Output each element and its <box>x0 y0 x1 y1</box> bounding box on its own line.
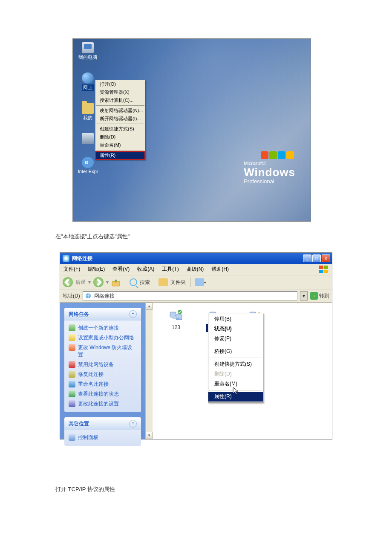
windows-flag-icon <box>261 151 295 159</box>
desktop-icon-my-computer[interactable]: 我的电脑 <box>77 42 98 61</box>
views-button[interactable] <box>195 278 204 286</box>
computer-icon <box>82 42 94 53</box>
folders-label[interactable]: 文件夹 <box>170 279 186 286</box>
side-panel: 网络任务 ⌃ 创建一个新的连接 设置家庭或小型办公网络 更改 Windows 防… <box>60 303 145 439</box>
panel-header[interactable]: 网络任务 ⌃ <box>64 308 141 321</box>
ctx-rename[interactable]: 重命名(M) <box>95 141 145 149</box>
address-label: 地址(D) <box>63 292 80 300</box>
back-button[interactable] <box>63 277 73 287</box>
menu-view[interactable]: 查看(V) <box>112 266 130 273</box>
address-input[interactable]: 网络连接 <box>83 291 297 301</box>
menu-advanced[interactable]: 高级(N) <box>187 266 204 273</box>
connection-item[interactable]: 123 <box>159 309 193 331</box>
ctx-delete[interactable]: 删除(D) <box>208 369 263 379</box>
task-settings[interactable]: 更改此连接的设置 <box>69 399 137 409</box>
go-icon: → <box>310 292 318 300</box>
control-panel-icon <box>69 434 75 441</box>
screenshot-network-connections: 网络连接 _ □ × 文件(F) 编辑(E) 查看(V) 收藏(A) 工具(T)… <box>60 252 332 439</box>
task-firewall[interactable]: 更改 Windows 防火墙设置 <box>69 343 137 360</box>
maximize-button[interactable]: □ <box>312 254 321 262</box>
scroll-down-button[interactable]: ▼ <box>146 432 153 439</box>
close-button[interactable]: × <box>322 254 330 262</box>
context-menu-network: 打开(O) 资源管理器(X) 搜索计算机(C)... 映射网络驱动器(N)...… <box>95 80 145 160</box>
recycle-icon <box>82 133 94 144</box>
up-button[interactable] <box>111 278 121 286</box>
scrollbar-vertical[interactable]: ▲ ▼ <box>145 303 153 439</box>
network-icon <box>63 255 69 262</box>
chevron-up-icon: ⌃ <box>129 420 137 428</box>
other-places-panel: 其它位置 ⌃ 控制面板 <box>64 417 141 446</box>
logo-professional: Professional <box>244 178 295 185</box>
screenshot-xp-desktop: 我的电脑 网上 我的 Inter Expl 打开(O) 资源管理器(X) 搜索计… <box>72 38 311 222</box>
cursor-icon <box>233 387 239 395</box>
go-button[interactable]: → 转到 <box>310 292 329 300</box>
search-label[interactable]: 搜索 <box>140 279 150 286</box>
menu-help[interactable]: 帮助(H) <box>211 266 229 273</box>
ctx-map-drive[interactable]: 映射网络驱动器(N)... <box>95 107 145 115</box>
ctx-status[interactable]: 状态(U) <box>208 324 263 334</box>
task-status[interactable]: 查看此连接的状态 <box>69 389 137 399</box>
icon-label: 网上 <box>82 84 94 91</box>
ctx-search-computer[interactable]: 搜索计算机(C)... <box>95 96 145 104</box>
toolbar: 后退 ▾ ▾ 搜索 文件夹 <box>60 275 332 289</box>
arrow-right-icon <box>93 277 104 287</box>
ctx-open[interactable]: 打开(O) <box>95 80 145 88</box>
network-tasks-panel: 网络任务 ⌃ 创建一个新的连接 设置家庭或小型办公网络 更改 Windows 防… <box>64 308 141 412</box>
menu-favorites[interactable]: 收藏(A) <box>137 266 154 273</box>
back-label: 后退 <box>75 279 86 286</box>
ctx-separator <box>96 105 144 106</box>
ctx-shortcut[interactable]: 创建快捷方式(S) <box>95 125 145 133</box>
search-icon <box>130 278 137 286</box>
caption-text-2: 打开 TCP/IP 协议的属性 <box>55 486 337 493</box>
task-icon <box>69 381 75 387</box>
menu-bar: 文件(F) 编辑(E) 查看(V) 收藏(A) 工具(T) 高级(N) 帮助(H… <box>60 264 332 275</box>
task-create-connection[interactable]: 创建一个新的连接 <box>69 323 137 333</box>
task-disable-device[interactable]: 禁用此网络设备 <box>69 360 137 370</box>
chevron-up-icon: ⌃ <box>129 310 137 318</box>
menu-file[interactable]: 文件(F) <box>63 266 80 273</box>
task-rename[interactable]: 重命名此连接 <box>69 379 137 389</box>
network-icon <box>85 293 92 299</box>
folder-icon <box>82 103 94 114</box>
ctx-shortcut[interactable]: 创建快捷方式(S) <box>208 359 263 369</box>
globe-icon <box>82 72 94 84</box>
ctx-separator <box>96 150 144 150</box>
ctx-separator <box>209 345 262 345</box>
task-icon <box>69 371 75 378</box>
panel-title: 其它位置 <box>69 420 89 428</box>
ctx-repair[interactable]: 修复(P) <box>208 334 263 344</box>
arrow-left-icon <box>63 277 73 287</box>
task-home-network[interactable]: 设置家庭或小型办公网络 <box>69 333 137 343</box>
ctx-disable[interactable]: 停用(B) <box>208 314 263 324</box>
task-icon <box>69 390 75 397</box>
task-icon <box>69 334 75 341</box>
ctx-explorer[interactable]: 资源管理器(X) <box>95 88 145 96</box>
other-control-panel[interactable]: 控制面板 <box>69 433 137 442</box>
logo-microsoft: Microsoft® <box>244 161 295 166</box>
scroll-up-button[interactable]: ▲ <box>146 303 153 310</box>
connection-icon <box>169 309 183 322</box>
menu-tools[interactable]: 工具(T) <box>162 266 179 273</box>
forward-button[interactable] <box>93 277 104 287</box>
connections-area: 123 本地连 停用(B) 状态(U) 修复(P) 桥接(G) 创 <box>153 303 332 439</box>
menu-edit[interactable]: 编辑(E) <box>88 266 105 273</box>
go-label: 转到 <box>319 292 329 300</box>
panel-header[interactable]: 其它位置 ⌃ <box>64 417 141 430</box>
ctx-bridge[interactable]: 桥接(G) <box>208 347 263 356</box>
icon-label: 我的电脑 <box>78 54 97 61</box>
ctx-delete[interactable]: 删除(D) <box>95 133 145 141</box>
minimize-button[interactable]: _ <box>303 254 311 262</box>
panel-title: 网络任务 <box>69 311 89 318</box>
svg-rect-2 <box>170 312 176 317</box>
ctx-properties[interactable]: 属性(R) <box>95 151 145 159</box>
window-title: 网络连接 <box>72 255 92 262</box>
task-repair[interactable]: 修复此连接 <box>69 370 137 379</box>
ie-icon <box>82 157 94 168</box>
windows-flag-icon <box>319 266 329 273</box>
address-dropdown[interactable]: ▾ <box>300 291 308 301</box>
icon-label: Inter Expl <box>78 169 98 174</box>
task-icon <box>69 361 75 368</box>
task-icon <box>69 400 75 407</box>
icon-label: 我的 <box>83 115 92 121</box>
ctx-disconnect-drive[interactable]: 断开网络驱动器(I)... <box>95 115 145 123</box>
